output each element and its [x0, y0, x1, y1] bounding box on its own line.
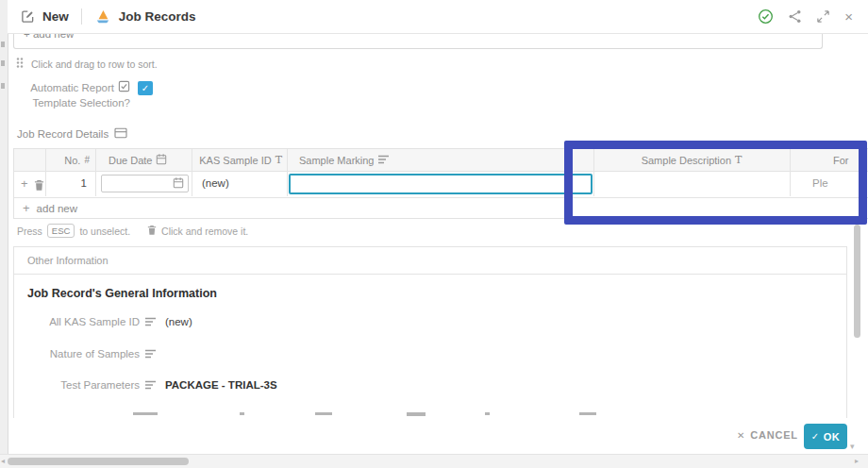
horizontal-scrollbar[interactable]: ◂ ▸ — [0, 454, 868, 468]
auto-report-checkbox[interactable]: ✓ — [138, 81, 153, 95]
column-header-sample-description[interactable]: Sample Description T — [593, 149, 790, 171]
due-date-input[interactable] — [101, 175, 189, 192]
details-grid-header: No. # Due Date KAS Sample ID T Sample Ma… — [14, 149, 868, 172]
x-icon: ✕ — [737, 430, 745, 441]
esc-key: ESC — [47, 224, 75, 238]
details-grid: No. # Due Date KAS Sample ID T Sample Ma… — [13, 148, 868, 219]
column-header-kas-sample-id[interactable]: KAS Sample ID T — [192, 149, 287, 171]
field-label: Test Parameters — [14, 379, 140, 391]
sample-marking-input-focused[interactable] — [289, 174, 593, 194]
header-divider — [81, 8, 82, 25]
add-new-button-top[interactable]: + add new — [13, 34, 823, 49]
field-nature-of-samples: Nature of Samples — [14, 346, 846, 361]
for-column-truncated-value: Ple — [812, 177, 828, 189]
column-label: For — [833, 155, 849, 166]
expand-icon[interactable] — [816, 9, 830, 24]
check-icon: ✓ — [811, 431, 820, 442]
close-icon[interactable]: × — [844, 9, 853, 24]
align-lines-icon — [144, 349, 157, 359]
column-label: Sample Marking — [299, 155, 374, 166]
job-record-details-label: Job Record Details — [17, 127, 127, 141]
job-record-details-text: Job Record Details — [17, 128, 108, 140]
ok-button[interactable]: ✓ OK — [804, 424, 847, 449]
share-icon[interactable] — [788, 9, 802, 24]
other-information-header: Other Information — [14, 247, 846, 275]
field-all-kas-sample-id: All KAS Sample ID (new) — [14, 314, 846, 329]
app-logo-icon — [94, 9, 111, 25]
row-number: 1 — [45, 177, 87, 189]
column-header-sample-marking[interactable]: Sample Marking — [287, 149, 593, 171]
cancel-button[interactable]: ✕ CANCEL — [737, 429, 798, 441]
job-records-modal: New Job Records × + add new — [0, 0, 868, 468]
modal-header: New Job Records × — [8, 0, 868, 34]
align-lines-icon — [144, 317, 157, 326]
auto-report-label-line1: Automatic Report — [30, 81, 114, 95]
field-value: (new) — [165, 316, 192, 327]
ok-label: OK — [824, 431, 841, 443]
text-type-icon: T — [735, 154, 742, 166]
column-header-for[interactable]: For — [790, 149, 868, 171]
grid-row-1: + 1 (new) Ple — [14, 172, 868, 198]
trash-icon — [147, 225, 157, 238]
add-new-label: add new — [33, 34, 74, 40]
background-page-artifact — [1, 42, 5, 47]
horizontal-scrollbar-thumb[interactable] — [8, 458, 189, 465]
align-lines-icon — [144, 380, 157, 390]
page-title: Job Records — [119, 9, 196, 24]
background-page-strip — [0, 0, 8, 468]
column-label: KAS Sample ID — [199, 155, 271, 166]
scroll-down-arrow[interactable]: ▾ — [850, 442, 855, 451]
scroll-right-arrow[interactable]: ▸ — [855, 457, 859, 465]
sort-hint: Click and drag to row to sort. — [15, 57, 158, 71]
text-type-icon: T — [275, 154, 282, 166]
sample-description-cell[interactable] — [593, 172, 790, 197]
calendar-icon — [156, 153, 167, 167]
record-mode-label: New — [42, 9, 69, 24]
esc-hint-remove: Click and remove it. — [161, 226, 248, 237]
auto-report-label: Automatic Report Template Selection? — [0, 80, 130, 110]
vertical-scrollbar-thumb[interactable] — [854, 225, 860, 338]
kas-sample-id-value: (new) — [202, 177, 229, 189]
esc-hint: Press ESC to unselect. Click and remove … — [17, 224, 248, 238]
checkbox-glyph-icon — [118, 80, 130, 96]
auto-report-label-line2: Template Selection? — [0, 96, 130, 110]
column-label: Due Date — [108, 155, 152, 166]
align-lines-icon — [377, 155, 390, 166]
plus-icon: + — [24, 34, 30, 40]
esc-hint-unselect: to unselect. — [79, 226, 130, 237]
row-add-icon[interactable]: + — [21, 177, 28, 190]
plus-icon: + — [23, 202, 30, 214]
check-icon: ✓ — [142, 83, 149, 93]
column-header-due-date[interactable]: Due Date — [95, 149, 192, 171]
column-label: Sample Description — [642, 155, 731, 166]
field-test-parameters: Test Parameters PACKAGE - TRIAL-3S — [14, 377, 846, 393]
drag-handle-icon — [15, 57, 25, 71]
add-new-label: add new — [37, 203, 77, 214]
general-information-heading: Job Record's General Information — [27, 287, 217, 300]
sort-hint-text: Click and drag to row to sort. — [31, 58, 158, 70]
esc-hint-press: Press — [17, 226, 42, 237]
add-new-row-button[interactable]: + add new — [14, 198, 868, 219]
calendar-icon[interactable] — [173, 176, 184, 192]
column-label: No. — [64, 155, 80, 166]
other-information-panel: Other Information Job Record's General I… — [13, 246, 847, 418]
cancel-label: CANCEL — [750, 429, 798, 441]
field-value: PACKAGE - TRIAL-3S — [165, 379, 277, 391]
grid-icon — [114, 127, 127, 141]
partially-visible-row — [14, 412, 846, 418]
edit-icon — [21, 9, 35, 24]
background-page-artifact — [1, 60, 5, 66]
row-delete-trash-icon[interactable] — [34, 178, 44, 195]
validate-check-circle-icon[interactable] — [758, 8, 774, 25]
column-header-no[interactable]: No. # — [45, 149, 95, 171]
scroll-left-arrow[interactable]: ◂ — [1, 457, 5, 465]
hash-icon: # — [84, 155, 90, 165]
field-label: All KAS Sample ID — [14, 316, 140, 327]
field-label: Nature of Samples — [14, 348, 140, 359]
